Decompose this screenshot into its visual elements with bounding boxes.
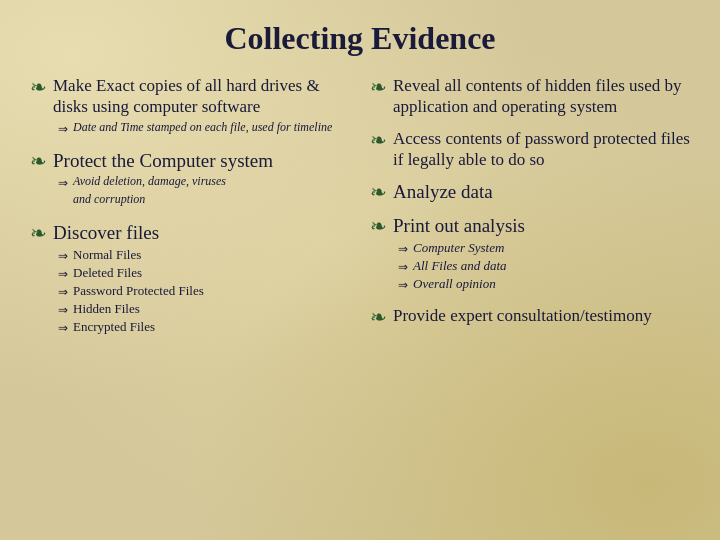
sub-item: ⇒ Overall opinion xyxy=(398,276,690,293)
arrow-icon: ⇒ xyxy=(58,321,68,336)
sub-item: ⇒ Computer System xyxy=(398,240,690,257)
sub-item: ⇒ All Files and data xyxy=(398,258,690,275)
sub-item: ⇒ Normal Files xyxy=(58,247,350,264)
sub-item: ⇒ Date and Time stamped on each file, us… xyxy=(58,120,350,137)
sub-item: ⇒ Encrypted Files xyxy=(58,319,350,336)
bullet-icon: ❧ xyxy=(370,307,387,327)
sub-item-text: Overall opinion xyxy=(413,276,496,293)
arrow-icon: ⇒ xyxy=(58,303,68,318)
bullet-icon: ❧ xyxy=(30,223,47,243)
list-item: ❧ Provide expert consultation/testimony xyxy=(370,305,690,329)
right-column: ❧ Reveal all contents of hidden files us… xyxy=(370,75,690,340)
slide-title: Collecting Evidence xyxy=(30,20,690,57)
sub-item: ⇒ Avoid deletion, damage, viruses xyxy=(58,174,350,191)
bullet-icon: ❧ xyxy=(370,130,387,150)
slide: Collecting Evidence ❧ Make Exact copies … xyxy=(0,0,720,540)
bullet-icon: ❧ xyxy=(30,77,47,97)
sub-item: ⇒ Password Protected Files xyxy=(58,283,350,300)
arrow-icon: ⇒ xyxy=(58,249,68,264)
sub-item-text: Avoid deletion, damage, viruses xyxy=(73,174,226,190)
list-item: ❧ Protect the Computer system ⇒ Avoid de… xyxy=(30,149,350,214)
list-item: ❧ Print out analysis ⇒ Computer System ⇒… xyxy=(370,214,690,297)
list-item: ❧ Make Exact copies of all hard drives &… xyxy=(30,75,350,141)
sub-items-group: ⇒ Normal Files ⇒ Deleted Files ⇒ Passwor… xyxy=(58,247,350,336)
bullet-icon: ❧ xyxy=(370,216,387,236)
bullet-icon: ❧ xyxy=(30,151,47,171)
sub-item: ⇒ Hidden Files xyxy=(58,301,350,318)
sub-item-text: Password Protected Files xyxy=(73,283,204,300)
left-column: ❧ Make Exact copies of all hard drives &… xyxy=(30,75,350,340)
list-item: ❧ Access contents of password protected … xyxy=(370,128,690,173)
arrow-icon: ⇒ xyxy=(58,285,68,300)
arrow-icon: ⇒ xyxy=(58,267,68,282)
bullet-icon: ❧ xyxy=(370,182,387,202)
reveal-contents-text: Reveal all contents of hidden files used… xyxy=(393,75,690,118)
sub-item-text: Normal Files xyxy=(73,247,141,264)
provide-expert-text: Provide expert consultation/testimony xyxy=(393,305,652,326)
list-item: ❧ Reveal all contents of hidden files us… xyxy=(370,75,690,120)
sub-item-text: Hidden Files xyxy=(73,301,140,318)
protect-computer-text: Protect the Computer system xyxy=(53,149,273,173)
print-analysis-text: Print out analysis xyxy=(393,214,525,238)
discover-files-text: Discover files xyxy=(53,221,159,245)
sub-item-text: Date and Time stamped on each file, used… xyxy=(73,120,332,136)
arrow-icon: ⇒ xyxy=(398,278,408,293)
make-exact-copies-text: Make Exact copies of all hard drives & d… xyxy=(53,75,350,118)
bullet-icon: ❧ xyxy=(370,77,387,97)
analyze-data-text: Analyze data xyxy=(393,180,493,204)
arrow-icon: ⇒ xyxy=(398,260,408,275)
sub-items-group: ⇒ Computer System ⇒ All Files and data ⇒… xyxy=(398,240,690,293)
sub-item-text: All Files and data xyxy=(413,258,507,275)
arrow-icon: ⇒ xyxy=(58,122,68,137)
sub-items-group: ⇒ Avoid deletion, damage, viruses ⇒ and … xyxy=(58,174,350,209)
list-item: ❧ Analyze data xyxy=(370,180,690,206)
sub-items-group: ⇒ Date and Time stamped on each file, us… xyxy=(58,120,350,137)
sub-item: ⇒ Deleted Files xyxy=(58,265,350,282)
arrow-icon: ⇒ xyxy=(58,176,68,191)
sub-item-text: Deleted Files xyxy=(73,265,142,282)
sub-item-text: Computer System xyxy=(413,240,504,257)
sub-item: ⇒ and corruption xyxy=(58,192,350,209)
arrow-icon: ⇒ xyxy=(398,242,408,257)
list-item: ❧ Discover files ⇒ Normal Files ⇒ Delete… xyxy=(30,221,350,340)
access-password-text: Access contents of password protected fi… xyxy=(393,128,690,171)
content-columns: ❧ Make Exact copies of all hard drives &… xyxy=(30,75,690,340)
sub-item-text: Encrypted Files xyxy=(73,319,155,336)
sub-item-text-and: and corruption xyxy=(73,192,145,208)
